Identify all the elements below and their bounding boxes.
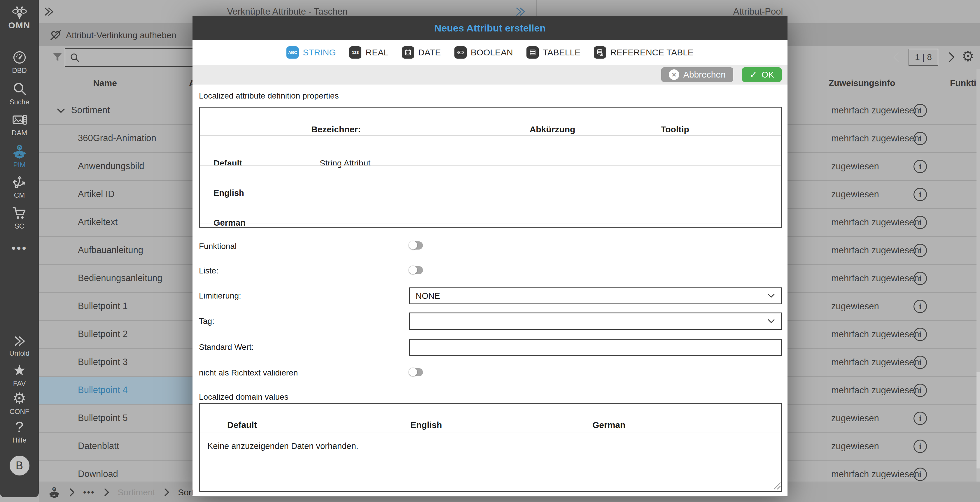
question-icon: ? [16, 419, 24, 435]
tab-date[interactable]: DATE [402, 46, 441, 59]
pim-box-icon[interactable]: P [48, 486, 60, 499]
tab-tabelle[interactable]: TABELLE [527, 46, 581, 59]
chevron-right-icon [103, 488, 110, 497]
info-icon[interactable]: i [913, 104, 927, 117]
info-icon[interactable]: i [913, 132, 927, 145]
assignment-status: zugewiesen [831, 413, 879, 424]
collapse-left-panel-icon[interactable] [43, 6, 55, 17]
cancel-button[interactable]: × Abbrechen [661, 67, 733, 82]
page-next-icon[interactable] [947, 51, 957, 63]
check-icon: ✓ [749, 69, 757, 80]
sidebar-item-suche[interactable]: Suche [0, 81, 39, 106]
info-icon[interactable]: i [913, 384, 927, 397]
info-icon[interactable]: i [913, 300, 927, 313]
avatar[interactable]: B [10, 456, 29, 475]
calendar-icon [402, 46, 414, 59]
scrollbar-thumb[interactable] [977, 372, 980, 469]
limitierung-select[interactable]: NONE [409, 288, 782, 304]
chevron-right-icon [163, 488, 170, 497]
info-icon[interactable]: i [913, 411, 927, 425]
info-icon[interactable]: i [913, 216, 927, 229]
info-icon[interactable]: i [913, 468, 927, 481]
info-icon[interactable]: i [913, 272, 927, 285]
dialog-title-bar: Neues Attribut erstellen [192, 16, 788, 40]
richtext-toggle[interactable] [409, 368, 423, 376]
tab-boolean[interactable]: BOOLEAN [454, 46, 513, 59]
assignment-status: zugewiesen [831, 301, 879, 311]
col-header-bezeichner: Bezeichner: [311, 124, 361, 134]
assignment-status: zugewiesen [831, 441, 879, 451]
sidebar-item-pim[interactable]: P PIM [0, 144, 39, 169]
dialog-title: Neues Attribut erstellen [434, 22, 546, 34]
star-icon: ★ [13, 362, 26, 379]
sidebar-item-unfold[interactable]: Unfold [0, 335, 39, 357]
page-prev-icon[interactable] [891, 51, 901, 63]
column-header-name[interactable]: Name [93, 78, 117, 88]
scrollbar-track[interactable] [977, 69, 980, 481]
dashboard-icon [0, 50, 39, 65]
breadcrumb-ellipsis[interactable]: ••• [83, 488, 95, 497]
column-header-zuweisungsinfo[interactable]: Zuweisungsinfo [829, 78, 895, 88]
attribute-type-tabs: ABC STRING 123 REAL DATE BOOLEAN [192, 40, 788, 65]
sidebar-item-sc[interactable]: SC [0, 206, 39, 230]
toggle-icon [454, 46, 467, 59]
empty-table-message: Keine anzuzeigenden Daten vorhanden. [207, 442, 358, 451]
liste-toggle[interactable] [409, 266, 423, 274]
page-indicator: 1 | 8 [908, 49, 938, 65]
breadcrumb: P ••• Sortiment Sortiment [48, 486, 215, 499]
row-name: Bedienungsanleitung [78, 265, 162, 292]
info-icon[interactable]: i [913, 160, 927, 173]
gear-icon: ⚙ [13, 390, 26, 407]
col-header-german: German [592, 420, 625, 430]
svg-text:P: P [18, 146, 21, 150]
row-name: Bulletpoint 4 [78, 376, 128, 404]
localized-domain-values-table: Default English German Keine anzuzeigend… [199, 403, 782, 492]
row-name: Aufbauanleitung [78, 237, 143, 264]
ok-button[interactable]: ✓ OK [742, 67, 782, 82]
row-name: Artikeltext [78, 209, 118, 235]
resize-handle[interactable] [772, 480, 781, 490]
row-lang-default: Default [213, 159, 242, 168]
tab-real[interactable]: 123 REAL [349, 46, 388, 59]
chevron-down-icon[interactable] [56, 105, 67, 116]
table-settings-gear-icon[interactable]: ⚙ [961, 49, 974, 64]
info-icon[interactable]: i [913, 244, 927, 257]
column-header-funktion[interactable]: Funktion [950, 78, 980, 88]
info-icon[interactable]: i [913, 328, 927, 341]
assignment-status: mehrfach zugewiesen [831, 245, 920, 256]
abc-icon: ABC [286, 46, 299, 59]
breadcrumb-parent[interactable]: Sortiment [118, 488, 155, 497]
funktional-toggle[interactable] [409, 241, 423, 249]
field-label-richtext: nicht als Richtext validieren [199, 368, 298, 378]
sidebar-item-cm[interactable]: CM [0, 175, 39, 199]
chevron-down-icon [767, 319, 775, 324]
localized-definition-table: Bezeichner: Abkürzung Tooltip Default St… [199, 107, 782, 228]
123-icon: 123 [349, 46, 361, 59]
tag-select[interactable] [409, 313, 782, 330]
sidebar-item-more[interactable]: ••• [0, 241, 39, 255]
unlink-attributes-button[interactable]: Attribut-Verlinkung aufheben [49, 29, 177, 42]
filter-icon[interactable] [52, 52, 63, 63]
tab-string[interactable]: ABC STRING [286, 46, 336, 59]
new-attribute-dialog: Neues Attribut erstellen ABC STRING 123 … [192, 16, 788, 497]
svg-text:P: P [53, 488, 56, 491]
assignment-status: mehrfach zugewiesen [831, 385, 920, 396]
sidebar-item-dam[interactable]: DAM [0, 113, 39, 137]
link-off-icon [49, 29, 62, 42]
standard-wert-input[interactable] [409, 339, 782, 356]
info-icon[interactable]: i [913, 356, 927, 369]
sidebar-item-fav[interactable]: ★ FAV [0, 363, 39, 388]
sidebar-item-dbd[interactable]: DBD [0, 50, 39, 75]
info-icon[interactable]: i [913, 440, 927, 453]
collapse-right-panel-icon[interactable] [514, 6, 527, 17]
search-icon [0, 81, 39, 96]
tab-reference-table[interactable]: REFERENCE TABLE [594, 46, 694, 59]
col-header-abkuerzung: Abkürzung [530, 124, 576, 134]
row-name: Bulletpoint 1 [78, 293, 128, 319]
assignment-status: mehrfach zugewiesen [831, 273, 920, 284]
sidebar-item-conf[interactable]: ⚙ CONF [0, 391, 39, 416]
row-value-default[interactable]: String Attribut [320, 159, 371, 168]
info-icon[interactable]: i [913, 188, 927, 201]
app-logo[interactable]: OMN [0, 6, 39, 30]
sidebar-item-hilfe[interactable]: ? Hilfe [0, 420, 39, 444]
